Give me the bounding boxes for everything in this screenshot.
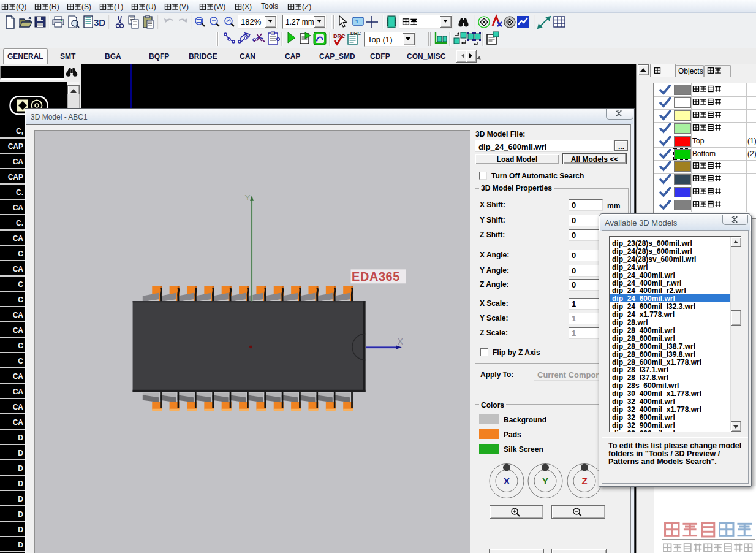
svg-text:Y: Y [245, 193, 251, 202]
svg-text:1: 1 [355, 18, 358, 25]
svg-text:Y: Y [542, 476, 548, 486]
svg-text:Z: Z [581, 476, 587, 486]
svg-text:EDA365: EDA365 [352, 270, 400, 283]
svg-text:X: X [398, 337, 403, 346]
svg-text:DRC: DRC [333, 33, 346, 39]
svg-text:3D: 3D [94, 17, 105, 28]
svg-text:X: X [504, 476, 510, 486]
svg-text:DRC: DRC [350, 31, 361, 36]
